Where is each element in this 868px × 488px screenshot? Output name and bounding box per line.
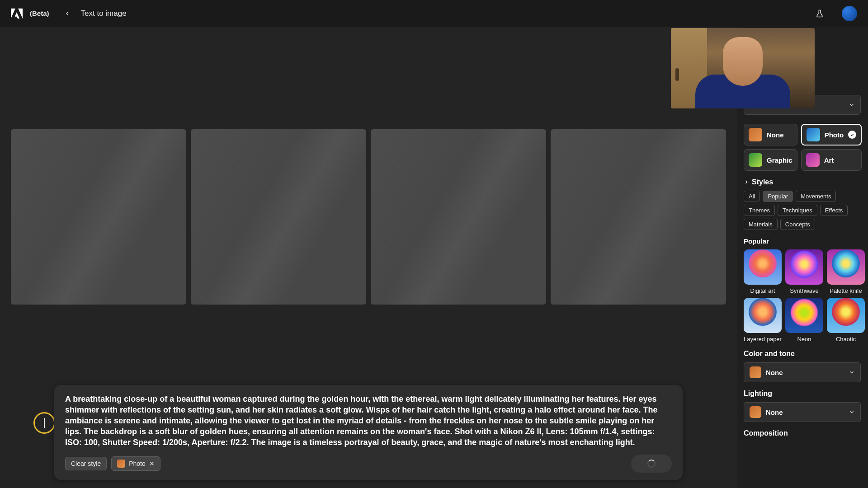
chevron-down-icon — [849, 409, 855, 415]
none-swatch-icon — [749, 128, 762, 141]
photo-swatch-icon — [807, 128, 820, 141]
style-tag-photo[interactable]: Photo✕ — [111, 456, 160, 471]
back-button[interactable] — [61, 7, 74, 20]
content-type-label: None — [767, 131, 784, 139]
style-card-synthwave[interactable]: Synthwave — [785, 249, 823, 294]
style-filter-techniques[interactable]: Techniques — [778, 205, 817, 216]
color-tone-value: None — [766, 369, 844, 376]
content-type-label: Art — [824, 156, 834, 164]
user-avatar[interactable] — [842, 6, 857, 21]
style-name: Digital art — [750, 287, 775, 294]
generate-button[interactable] — [631, 455, 672, 473]
content-type-label: Graphic — [767, 156, 793, 164]
swatch-icon — [750, 406, 761, 418]
art-swatch-icon — [806, 153, 820, 167]
chevron-down-icon — [849, 102, 855, 108]
lighting-select[interactable]: None — [744, 402, 861, 422]
swatch-icon — [750, 366, 761, 378]
popular-label: Popular — [744, 237, 861, 245]
style-filter-all[interactable]: All — [744, 191, 760, 202]
remove-tag-icon[interactable]: ✕ — [149, 460, 155, 467]
prompt-input[interactable]: A breathtaking close-up of a beautiful w… — [65, 394, 672, 448]
style-filter-themes[interactable]: Themes — [744, 205, 775, 216]
color-tone-header: Color and tone — [744, 350, 861, 358]
check-icon — [848, 131, 856, 139]
style-filter-concepts[interactable]: Concepts — [780, 219, 815, 230]
clear-style-button[interactable]: Clear style — [65, 457, 107, 470]
beta-label: (Beta) — [30, 9, 49, 17]
style-card-chaotic[interactable]: Chaotic — [827, 298, 865, 343]
styles-header-label: Styles — [752, 178, 773, 186]
page-title: Text to image — [81, 9, 127, 18]
style-name: Neon — [797, 336, 811, 343]
lighting-header: Lighting — [744, 389, 861, 398]
style-filter-effects[interactable]: Effects — [820, 205, 848, 216]
style-thumb — [744, 249, 782, 285]
style-card-digital-art[interactable]: Digital art — [744, 249, 782, 294]
content-type-none[interactable]: None — [744, 124, 797, 145]
loading-spinner-icon — [647, 460, 656, 468]
cursor-highlight — [33, 412, 55, 434]
webcam-overlay — [671, 28, 815, 108]
style-thumb — [744, 298, 782, 333]
generation-grid — [11, 129, 726, 305]
generation-slot[interactable] — [191, 129, 366, 305]
graphic-swatch-icon — [749, 153, 762, 167]
chevron-right-icon — [744, 179, 749, 185]
prompt-panel: A breathtaking close-up of a beautiful w… — [54, 385, 683, 480]
style-card-neon[interactable]: Neon — [785, 298, 823, 343]
lighting-value: None — [766, 408, 844, 416]
content-type-label: Photo — [825, 131, 844, 139]
style-name: Palette knife — [830, 287, 862, 294]
photo-swatch-icon — [117, 460, 125, 468]
style-thumb — [827, 298, 865, 333]
style-name: Chaotic — [836, 336, 856, 343]
style-thumb — [827, 249, 865, 285]
style-filter-popular[interactable]: Popular — [763, 191, 793, 202]
styles-section-header[interactable]: Styles — [744, 178, 861, 186]
style-grid: Digital artSynthwavePalette knifeLayered… — [744, 249, 861, 343]
style-thumb — [785, 298, 823, 333]
style-filter-movements[interactable]: Movements — [796, 191, 836, 202]
beaker-icon[interactable] — [814, 8, 826, 19]
composition-header: Composition — [744, 429, 861, 437]
style-name: Layered paper — [744, 336, 782, 343]
style-card-layered-paper[interactable]: Layered paper — [744, 298, 782, 343]
style-filter-chips: AllPopularMovementsThemesTechniquesEffec… — [744, 191, 861, 230]
generation-slot[interactable] — [371, 129, 546, 305]
clear-style-label: Clear style — [71, 460, 101, 467]
style-card-palette-knife[interactable]: Palette knife — [827, 249, 865, 294]
style-name: Synthwave — [790, 287, 819, 294]
content-type-group: None Photo Graphic Art — [744, 124, 861, 171]
canvas-area: A breathtaking close-up of a beautiful w… — [0, 27, 737, 488]
content-type-art[interactable]: Art — [801, 149, 862, 171]
style-tag-label: Photo — [129, 460, 146, 467]
generation-slot[interactable] — [11, 129, 186, 305]
generation-slot[interactable] — [551, 129, 726, 305]
content-type-photo[interactable]: Photo — [801, 124, 862, 145]
top-bar: (Beta) Text to image — [0, 0, 868, 27]
style-thumb — [785, 249, 823, 285]
content-type-graphic[interactable]: Graphic — [744, 149, 797, 171]
chevron-down-icon — [849, 369, 855, 375]
style-filter-materials[interactable]: Materials — [744, 219, 778, 230]
adobe-logo-icon — [11, 8, 23, 19]
color-tone-select[interactable]: None — [744, 362, 861, 382]
